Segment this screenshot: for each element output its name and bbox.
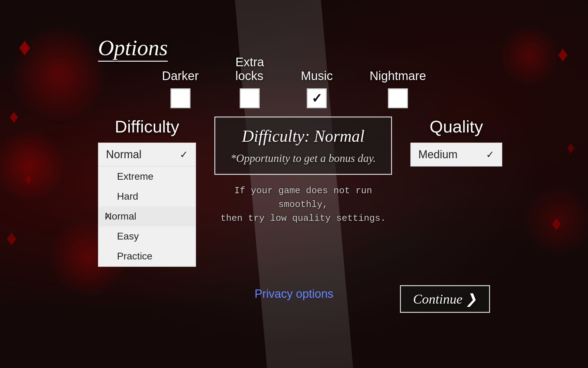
difficulty-option-extreme[interactable]: Extreme bbox=[99, 167, 195, 186]
difficulty-option-hard[interactable]: Hard bbox=[99, 186, 195, 206]
continue-label: Continue bbox=[413, 291, 462, 307]
checkboxes-row: Darker Extra locks Music ✓ Nightmare bbox=[162, 55, 426, 108]
privacy-options-link[interactable]: Privacy options bbox=[254, 287, 334, 300]
privacy-options-container: Privacy options bbox=[254, 287, 334, 301]
difficulty-option-normal[interactable]: ✓ Normal bbox=[99, 206, 195, 226]
difficulty-dropdown-check-icon: ✓ bbox=[180, 149, 188, 160]
difficulty-box-title: Difficulty: Normal bbox=[228, 127, 379, 146]
extra-locks-checkbox[interactable] bbox=[240, 88, 260, 108]
hard-label: Hard bbox=[117, 191, 138, 202]
music-label: Music bbox=[301, 69, 333, 83]
difficulty-box-description: *Opportunity to get a bonus day. bbox=[228, 152, 379, 165]
quality-dropdown-check-icon: ✓ bbox=[486, 149, 494, 160]
difficulty-title: Difficulty bbox=[115, 117, 179, 136]
difficulty-info-box: Difficulty: Normal *Opportunity to get a… bbox=[214, 117, 392, 175]
extra-locks-label: Extra locks bbox=[236, 55, 264, 83]
quality-dropdown[interactable]: Medium ✓ bbox=[410, 143, 502, 167]
quality-title: Quality bbox=[430, 117, 483, 136]
music-checkbox[interactable]: ✓ bbox=[307, 88, 327, 108]
darker-checkbox-item: Darker bbox=[162, 69, 199, 108]
extreme-label: Extreme bbox=[117, 171, 153, 182]
difficulty-option-easy[interactable]: Easy bbox=[99, 226, 195, 246]
difficulty-dropdown-container: Normal ✓ Extreme Hard ✓ Normal Easy bbox=[98, 143, 196, 267]
difficulty-dropdown-list: Extreme Hard ✓ Normal Easy Practice bbox=[98, 167, 196, 267]
easy-label: Easy bbox=[117, 231, 139, 242]
normal-check-icon: ✓ bbox=[104, 211, 111, 221]
darker-label: Darker bbox=[162, 69, 199, 83]
quality-selected-label: Medium bbox=[418, 148, 458, 161]
continue-button[interactable]: Continue ❯ bbox=[400, 285, 490, 313]
nightmare-checkbox-item: Nightmare bbox=[370, 69, 426, 108]
quality-hint-text: If your game does not run smoothly,then … bbox=[214, 184, 392, 225]
quality-section: Quality Medium ✓ bbox=[410, 117, 502, 167]
darker-checkbox[interactable] bbox=[170, 88, 190, 108]
extra-locks-checkbox-item: Extra locks bbox=[236, 55, 264, 108]
difficulty-section: Difficulty Normal ✓ Extreme Hard ✓ Norma… bbox=[98, 117, 196, 267]
main-content: Difficulty Normal ✓ Extreme Hard ✓ Norma… bbox=[98, 117, 490, 267]
page-title: Options bbox=[98, 37, 168, 62]
nightmare-checkbox[interactable] bbox=[388, 88, 408, 108]
continue-arrow-icon: ❯ bbox=[466, 291, 477, 307]
practice-label: Practice bbox=[117, 251, 153, 262]
nightmare-label: Nightmare bbox=[370, 69, 426, 83]
page-container: Options Darker Extra locks Music ✓ Night… bbox=[80, 31, 508, 337]
difficulty-selected-label: Normal bbox=[106, 148, 141, 161]
center-section: Difficulty: Normal *Opportunity to get a… bbox=[214, 117, 392, 225]
music-checkbox-item: Music ✓ bbox=[301, 69, 333, 108]
difficulty-option-practice[interactable]: Practice bbox=[99, 246, 195, 266]
difficulty-dropdown-selected[interactable]: Normal ✓ bbox=[98, 143, 196, 167]
